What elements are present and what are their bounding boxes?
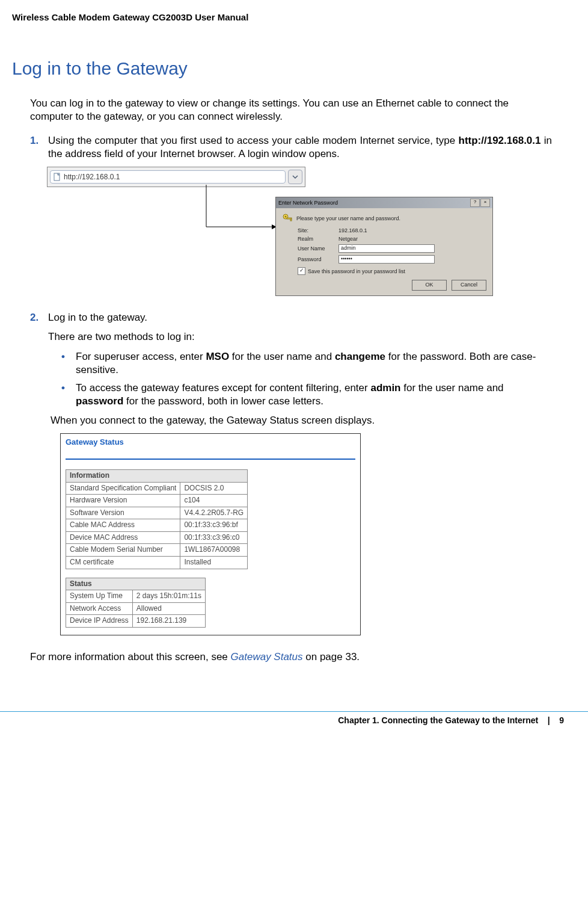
- page-footer: Chapter 1. Connecting the Gateway to the…: [0, 715, 588, 737]
- close-button[interactable]: ×: [480, 199, 490, 207]
- svg-rect-4: [290, 219, 292, 221]
- step-1: 1. Using the computer that you first use…: [30, 134, 552, 161]
- table-row: Cable Modem Serial Number1WL1867A00098: [66, 544, 248, 557]
- value-realm: Netgear: [338, 236, 486, 242]
- login-dialog: Enter Network Password ? × Please type y…: [275, 197, 493, 296]
- username-input[interactable]: admin: [338, 244, 435, 253]
- table-row: Device MAC Address00:1f:33:c3:96:c0: [66, 531, 248, 544]
- b2-c: for the password, both in lower case let…: [123, 395, 323, 407]
- label-site: Site:: [298, 227, 334, 233]
- gateway-status-title: Gateway Status: [66, 437, 355, 448]
- status-heading: Status: [66, 578, 206, 590]
- bullet-2: • To access the gateway features except …: [61, 381, 552, 408]
- page-icon: [53, 173, 61, 181]
- closing-pre: For more information about this screen, …: [30, 651, 231, 663]
- b1-mso: MSO: [206, 351, 229, 362]
- cancel-button[interactable]: Cancel: [452, 280, 486, 291]
- dialog-prompt: Please type your user name and password.: [296, 215, 400, 221]
- svg-point-2: [285, 216, 287, 218]
- cell: System Up Time: [66, 590, 133, 603]
- cell: Standard Specification Compliant: [66, 482, 180, 495]
- after-bullets: When you connect to the gateway, the Gat…: [51, 414, 552, 427]
- figure-gateway-status: Gateway Status Information Standard Spec…: [60, 433, 361, 635]
- ok-button[interactable]: OK: [412, 280, 447, 291]
- figure-addressbar-dialog: http://192.168.0.1 Enter Network Passwor…: [47, 167, 468, 299]
- b2-password: password: [76, 395, 123, 407]
- password-input[interactable]: ••••••: [338, 255, 435, 264]
- step-2-text: Log in to the gateway.: [48, 312, 147, 323]
- dialog-title-text: Enter Network Password: [278, 200, 338, 206]
- label-realm: Realm: [298, 236, 334, 242]
- step-1-text-a: Using the computer that you first used t…: [48, 135, 459, 146]
- cell: Allowed: [132, 602, 205, 615]
- step-2: 2. Log in to the gateway. There are two …: [30, 311, 552, 644]
- table-row: Hardware Versionc104: [66, 495, 248, 507]
- cell: 00:1f:33:c3:96:c0: [180, 531, 248, 544]
- step-2-sub: There are two methods to log in:: [48, 330, 552, 344]
- connector-arrow: [203, 185, 281, 230]
- cell: Hardware Version: [66, 495, 180, 507]
- cell: Cable MAC Address: [66, 519, 180, 532]
- cell: CM certificate: [66, 557, 180, 569]
- table-row: CM certificateInstalled: [66, 557, 248, 569]
- link-gateway-status[interactable]: Gateway Status: [231, 651, 303, 663]
- label-password: Password: [298, 256, 334, 262]
- cell: Device MAC Address: [66, 531, 180, 544]
- table-row: System Up Time2 days 15h:01m:11s: [66, 590, 206, 603]
- b1-b: for the user name and: [229, 351, 335, 362]
- footer-sep: |: [548, 715, 550, 725]
- table-row: Software VersionV4.4.2.2R05.7-RG: [66, 507, 248, 519]
- b2-admin: admin: [370, 382, 400, 394]
- cell: Installed: [180, 557, 248, 569]
- address-bar-dropdown[interactable]: [288, 170, 302, 184]
- key-icon: [282, 213, 293, 224]
- table-row: Network AccessAllowed: [66, 602, 206, 615]
- intro-paragraph: You can log in to the gateway to view or…: [30, 97, 552, 123]
- help-button[interactable]: ?: [470, 199, 480, 207]
- step-1-body: Using the computer that you first used t…: [48, 134, 552, 161]
- cell: Device IP Address: [66, 615, 133, 628]
- footer-chapter: Chapter 1. Connecting the Gateway to the…: [338, 715, 538, 725]
- closing-post: on page 33.: [303, 651, 360, 663]
- footer-page: 9: [559, 715, 564, 725]
- table-row: Standard Specification CompliantDOCSIS 2…: [66, 482, 248, 495]
- label-username: User Name: [298, 246, 334, 252]
- bullet-icon: •: [61, 350, 76, 377]
- b2-b: for the user name and: [401, 382, 504, 394]
- bullet-icon: •: [61, 381, 76, 408]
- b2-a: To access the gateway features except fo…: [76, 382, 370, 394]
- save-password-label: Save this password in your password list: [308, 268, 405, 274]
- cell: c104: [180, 495, 248, 507]
- cell: 1WL1867A00098: [180, 544, 248, 557]
- cell: 2 days 15h:01m:11s: [132, 590, 205, 603]
- step-1-url: http://192.168.0.1: [459, 135, 541, 146]
- table-row: Device IP Address192.168.21.139: [66, 615, 206, 628]
- b1-changeme: changeme: [335, 351, 385, 362]
- cell: Cable Modem Serial Number: [66, 544, 180, 557]
- cell: 192.168.21.139: [132, 615, 205, 628]
- cell: Software Version: [66, 507, 180, 519]
- address-bar[interactable]: http://192.168.0.1: [50, 170, 286, 184]
- save-password-checkbox[interactable]: ✓: [298, 267, 305, 275]
- b1-a: For superuser access, enter: [76, 351, 206, 362]
- info-heading: Information: [66, 469, 248, 482]
- cell: 00:1f:33:c3:96:bf: [180, 519, 248, 532]
- page-title: Log in to the Gateway: [12, 58, 552, 79]
- info-table: Information Standard Specification Compl…: [66, 469, 248, 569]
- chevron-down-icon: [292, 174, 298, 180]
- address-bar-outer: http://192.168.0.1: [47, 167, 305, 187]
- status-table: Status System Up Time2 days 15h:01m:11s …: [66, 578, 206, 628]
- address-bar-url: http://192.168.0.1: [64, 173, 120, 181]
- table-row: Cable MAC Address00:1f:33:c3:96:bf: [66, 519, 248, 532]
- dialog-titlebar: Enter Network Password ? ×: [276, 197, 492, 208]
- cell: DOCSIS 2.0: [180, 482, 248, 495]
- cell: V4.4.2.2R05.7-RG: [180, 507, 248, 519]
- closing-paragraph: For more information about this screen, …: [30, 651, 552, 663]
- step-number: 2.: [30, 311, 48, 644]
- bullet-1: • For superuser access, enter MSO for th…: [61, 350, 552, 377]
- cell: Network Access: [66, 602, 133, 615]
- gateway-status-divider: [66, 459, 355, 460]
- doc-header: Wireless Cable Modem Gateway CG2003D Use…: [12, 12, 552, 22]
- value-site: 192.168.0.1: [338, 227, 486, 233]
- footer-rule: [0, 711, 588, 712]
